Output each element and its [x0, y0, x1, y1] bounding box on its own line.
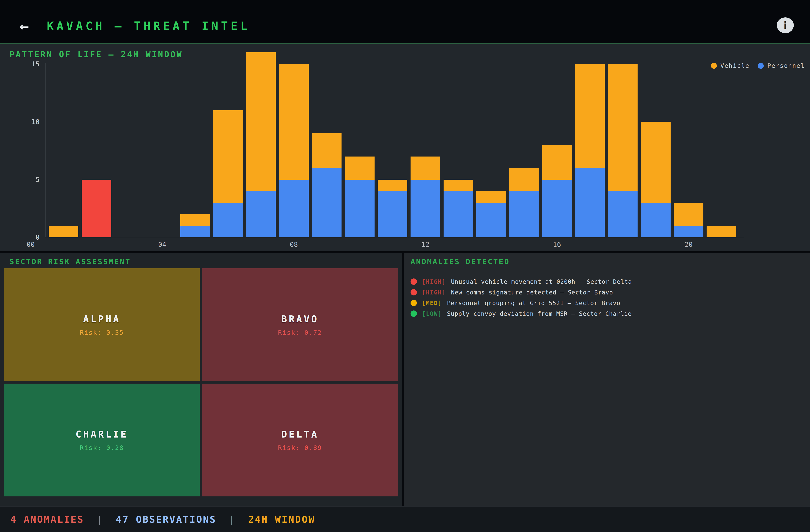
- x-tick-00: 00: [15, 240, 47, 248]
- bar-hour-19-vehicle: [641, 122, 670, 203]
- sector-name: DELTA: [281, 429, 319, 440]
- bar-hour-05-vehicle: [180, 214, 210, 226]
- anomaly-item[interactable]: [MED] Personnel grouping at Grid 5521 — …: [410, 298, 802, 308]
- bar-hour-14-vehicle: [476, 191, 506, 203]
- pattern-of-life-panel: PATTERN OF LIFE — 24H WINDOW Vehicle Per…: [0, 43, 810, 251]
- anomaly-text: Personnel grouping at Grid 5521 — Sector…: [447, 300, 620, 306]
- sector-name: ALPHA: [83, 313, 120, 325]
- anomalies-panel-title: ANOMALIES DETECTED: [410, 257, 510, 266]
- bar-hour-06-personnel: [213, 203, 243, 237]
- anomaly-text: Supply convoy deviation from MSR — Secto…: [447, 310, 632, 317]
- bar-hour-09-personnel: [312, 168, 341, 237]
- y-axis-line: [45, 63, 46, 237]
- anomaly-item[interactable]: [LOW] Supply convoy deviation from MSR —…: [410, 308, 802, 319]
- bar-hour-17-vehicle: [575, 64, 605, 168]
- x-tick-08: 08: [278, 240, 310, 248]
- y-tick-15: 15: [10, 60, 39, 68]
- severity-dot-med: [410, 300, 417, 306]
- bar-hour-11-personnel: [378, 191, 407, 237]
- y-tick-0: 0: [10, 233, 39, 241]
- bar-hour-15-vehicle: [509, 168, 539, 191]
- anomalies-count: 4 ANOMALIES: [10, 514, 84, 525]
- bar-hour-05-personnel: [180, 226, 210, 237]
- anomaly-text: New comms signature detected — Sector Br…: [451, 289, 613, 296]
- sector-risk-value: Risk: 0.72: [278, 329, 322, 336]
- bar-hour-13-vehicle: [443, 180, 473, 191]
- sector-name: BRAVO: [281, 313, 319, 325]
- anomalies-panel: ANOMALIES DETECTED [HIGH] Unusual vehicl…: [404, 253, 810, 506]
- threat-intel-screen: ← KAVACH — THREAT INTEL i PATTERN OF LIF…: [0, 0, 810, 532]
- bar-hour-14-personnel: [476, 203, 506, 237]
- sector-risk-value: Risk: 0.35: [80, 329, 124, 336]
- bar-hour-08-personnel: [279, 180, 309, 237]
- bar-hour-18-vehicle: [608, 64, 637, 191]
- anomaly-item[interactable]: [HIGH] New comms signature detected — Se…: [410, 287, 802, 298]
- severity-tag: [LOW]: [422, 310, 442, 317]
- bar-hour-01-vehicle: [49, 226, 78, 237]
- severity-dot-low: [410, 311, 417, 317]
- bar-hour-18-personnel: [608, 191, 637, 237]
- stat-separator: |: [97, 514, 103, 525]
- severity-tag: [MED]: [422, 300, 442, 306]
- bar-hour-11-vehicle: [378, 180, 407, 191]
- x-tick-12: 12: [409, 240, 441, 248]
- anomaly-list: [HIGH] Unusual vehicle movement at 0200h…: [410, 276, 802, 319]
- bar-hour-09-vehicle: [312, 133, 341, 168]
- bar-hour-13-personnel: [443, 191, 473, 237]
- bar-hour-15-personnel: [509, 191, 539, 237]
- bar-chart-plot: 051015000408121620: [0, 44, 810, 251]
- bar-hour-06-vehicle: [213, 110, 243, 203]
- sector-card-charlie[interactable]: CHARLIE Risk: 0.28: [4, 384, 200, 496]
- bar-hour-10-vehicle: [345, 156, 375, 180]
- x-tick-16: 16: [541, 240, 573, 248]
- anomaly-text: Unusual vehicle movement at 0200h — Sect…: [451, 278, 632, 285]
- severity-tag: [HIGH]: [422, 289, 446, 296]
- severity-dot-high: [410, 279, 417, 285]
- sector-risk-panel: SECTOR RISK ASSESSMENT ALPHA Risk: 0.35 …: [0, 253, 402, 506]
- x-tick-20: 20: [673, 240, 704, 248]
- bar-hour-07-vehicle: [246, 52, 276, 191]
- page-title: KAVACH — THREAT INTEL: [47, 19, 250, 33]
- x-tick-04: 04: [146, 240, 178, 248]
- bar-hour-12-personnel: [410, 180, 440, 237]
- stat-separator: |: [229, 514, 236, 525]
- sector-name: CHARLIE: [76, 429, 128, 440]
- sector-risk-value: Risk: 0.28: [80, 444, 124, 452]
- sector-card-delta[interactable]: DELTA Risk: 0.89: [202, 384, 398, 496]
- observations-count: 47 OBSERVATIONS: [116, 514, 216, 525]
- severity-dot-high: [410, 289, 417, 296]
- anomaly-item[interactable]: [HIGH] Unusual vehicle movement at 0200h…: [410, 276, 802, 287]
- window-label: 24H WINDOW: [248, 514, 315, 525]
- bar-hour-07-personnel: [246, 191, 276, 237]
- sector-risk-value: Risk: 0.89: [278, 444, 322, 452]
- header: ← KAVACH — THREAT INTEL i: [0, 0, 810, 43]
- bar-hour-02-anomaly: [82, 180, 111, 237]
- bottom-status-bar: 4 ANOMALIES | 47 OBSERVATIONS | 24H WIND…: [0, 506, 810, 532]
- y-tick-5: 5: [10, 176, 39, 184]
- severity-tag: [HIGH]: [422, 278, 446, 285]
- info-icon[interactable]: i: [777, 17, 794, 33]
- sector-panel-title: SECTOR RISK ASSESSMENT: [10, 257, 131, 266]
- bar-hour-21-vehicle: [707, 226, 736, 237]
- back-arrow-icon[interactable]: ←: [15, 17, 33, 35]
- y-tick-10: 10: [10, 118, 39, 126]
- bar-hour-12-vehicle: [410, 156, 440, 180]
- bar-hour-16-personnel: [542, 180, 572, 237]
- bar-hour-16-vehicle: [542, 145, 572, 180]
- bar-hour-20-personnel: [674, 226, 703, 237]
- bar-hour-17-personnel: [575, 168, 605, 237]
- bar-hour-19-personnel: [641, 203, 670, 237]
- sector-cards-grid: ALPHA Risk: 0.35 BRAVO Risk: 0.72 CHARLI…: [4, 268, 398, 496]
- bar-hour-08-vehicle: [279, 64, 309, 180]
- bar-hour-10-personnel: [345, 180, 375, 237]
- sector-card-alpha[interactable]: ALPHA Risk: 0.35: [4, 268, 200, 381]
- sector-card-bravo[interactable]: BRAVO Risk: 0.72: [202, 268, 398, 381]
- bar-hour-20-vehicle: [674, 203, 703, 226]
